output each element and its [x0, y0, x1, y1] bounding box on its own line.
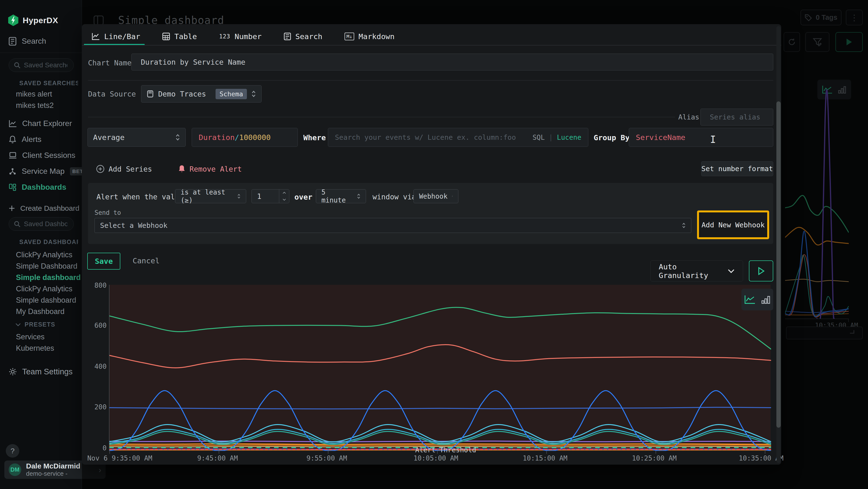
add-series-button[interactable]: Add Series [96, 165, 152, 173]
alert-config-panel: Alert when the value is at least (≥) 1 o… [88, 183, 773, 244]
sidebar-item-alerts[interactable]: Alerts [9, 135, 41, 144]
save-button[interactable]: Save [87, 253, 120, 269]
sidebar-item-dashboards[interactable]: Dashboards [9, 183, 66, 192]
line-chart-icon [9, 120, 17, 127]
saved-dashboards-input[interactable] [24, 220, 67, 228]
alias-label: Alias [678, 113, 699, 121]
dashboard-item-active[interactable]: Simple dashboard [16, 273, 81, 282]
bar-chart-icon [761, 295, 770, 304]
where-search-input[interactable]: Search your events w/ Lucene ex. column:… [328, 128, 588, 147]
stepper-up-icon[interactable] [279, 190, 289, 196]
send-to-label: Send to [94, 209, 121, 216]
where-placeholder: Search your events w/ Lucene ex. column:… [335, 133, 516, 141]
chevron-updown-icon [682, 222, 686, 229]
gear-icon [9, 368, 17, 376]
chevron-updown-icon [237, 193, 241, 199]
sidebar-item-service-map[interactable]: Service Map BETA [9, 167, 89, 176]
number-stepper[interactable] [279, 190, 289, 203]
network-icon [9, 168, 17, 175]
where-label: Where [303, 133, 326, 142]
search-doc-icon [284, 33, 291, 40]
run-chart-button[interactable] [749, 260, 773, 282]
chevron-updown-icon [251, 90, 256, 98]
circle-plus-icon [96, 165, 105, 173]
alert-when-label: Alert when the value [96, 193, 184, 201]
x-axis-tickmark [328, 451, 329, 454]
brand[interactable]: HyperDX [8, 15, 58, 26]
series-alias-input[interactable] [701, 109, 773, 125]
lucene-toggle[interactable]: Lucene [557, 134, 581, 141]
add-new-webhook-button-highlighted[interactable]: Add New Webhook [697, 210, 769, 239]
divider [82, 45, 781, 46]
saved-searches-header[interactable]: SAVED SEARCHES [16, 80, 78, 87]
alert-threshold-input[interactable]: 1 [251, 189, 289, 203]
x-axis-label: 9:45:00 AM [197, 454, 238, 462]
presets-header[interactable]: PRESETS [16, 321, 78, 328]
table-icon [162, 33, 170, 40]
tab-search[interactable]: Search [284, 32, 322, 41]
sql-toggle[interactable]: SQL [533, 134, 545, 141]
y-axis-tick: 200 [85, 403, 106, 411]
x-axis-tickmark [110, 451, 110, 454]
x-axis-label: 9:55:00 AM [306, 454, 347, 462]
brand-name: HyperDX [23, 16, 58, 25]
expression-field[interactable]: Duration/1000000 [192, 128, 298, 147]
aggregation-select[interactable]: Average [88, 128, 186, 147]
alert-channel-select[interactable]: Webhook [413, 189, 458, 203]
tab-table[interactable]: Table [162, 32, 197, 41]
help-button[interactable]: ? [6, 444, 19, 458]
tab-line-bar[interactable]: Line/Bar [92, 32, 140, 41]
user-subtitle: demo-service - [26, 470, 80, 478]
cancel-button[interactable]: Cancel [133, 256, 160, 265]
chevron-updown-icon [175, 134, 180, 141]
group-by-input[interactable]: ServiceName [629, 128, 773, 147]
alert-condition-select[interactable]: is at least (≥) [175, 189, 246, 203]
sidebar-item-search[interactable]: Search [9, 37, 46, 46]
data-source-select[interactable]: Demo Traces Schema [141, 85, 261, 103]
divider [0, 53, 82, 53]
chart-type-toggle[interactable] [741, 289, 773, 310]
x-axis-tickmark [656, 451, 656, 454]
saved-searches-input[interactable] [24, 61, 67, 69]
lang-toggle[interactable]: SQL | Lucene [533, 134, 581, 141]
dashboard-item[interactable]: ClickPy Analytics [16, 285, 72, 293]
app-root: HyperDX Search SAVED SEARCHES mikes aler… [0, 0, 868, 489]
x-axis-label: 10:05:00 AM [413, 454, 458, 462]
preset-item[interactable]: Services [16, 333, 44, 341]
group-by-label: Group By [594, 133, 629, 142]
tab-number[interactable]: 123 Number [219, 32, 261, 41]
expression-column: Duration [199, 133, 235, 142]
dashboard-item[interactable]: Simple dashboard [16, 296, 76, 305]
saved-search-item[interactable]: mikes tets2 [16, 101, 54, 110]
saved-dashboards-header[interactable]: SAVED DASHBOARDS [16, 238, 78, 246]
divider [88, 80, 773, 81]
sidebar-item-chart-explorer[interactable]: Chart Explorer [9, 119, 72, 128]
saved-search-item[interactable]: mikes alert [16, 90, 52, 98]
dashboard-item[interactable]: Simple Dashboard [16, 262, 78, 270]
saved-dashboards-searchbox[interactable] [9, 217, 74, 231]
dashboard-item[interactable]: My Dashboard [16, 307, 65, 316]
create-dashboard-button[interactable]: Create Dashboard [9, 204, 79, 212]
stepper-down-icon[interactable] [279, 196, 289, 203]
divider [88, 117, 675, 117]
sidebar-item-team-settings[interactable]: Team Settings [9, 367, 72, 376]
alert-window-select[interactable]: 5 minute [316, 189, 366, 203]
saved-searches-searchbox[interactable] [9, 58, 74, 72]
database-icon [147, 90, 154, 98]
line-chart-icon [744, 295, 755, 304]
chart-name-input[interactable] [131, 54, 773, 70]
bell-icon [178, 165, 186, 173]
number-123-icon: 123 [219, 33, 230, 40]
preset-item[interactable]: Kubernetes [16, 344, 54, 353]
webhook-select[interactable]: Select a Webhook [94, 218, 691, 233]
tab-markdown[interactable]: M↓ Markdown [345, 32, 395, 41]
dashboard-item[interactable]: ClickPy Analytics [16, 251, 72, 259]
sidebar-item-client-sessions[interactable]: Client Sessions [9, 151, 75, 160]
play-icon [757, 267, 765, 275]
magnifier-icon [14, 62, 21, 68]
set-number-format-button[interactable]: Set number format [701, 161, 773, 176]
remove-alert-button[interactable]: Remove Alert [178, 165, 242, 173]
modal-scrollbar-thumb[interactable] [776, 102, 781, 428]
search-doc-icon [9, 37, 17, 46]
granularity-select[interactable]: Auto Granularity [650, 260, 743, 282]
